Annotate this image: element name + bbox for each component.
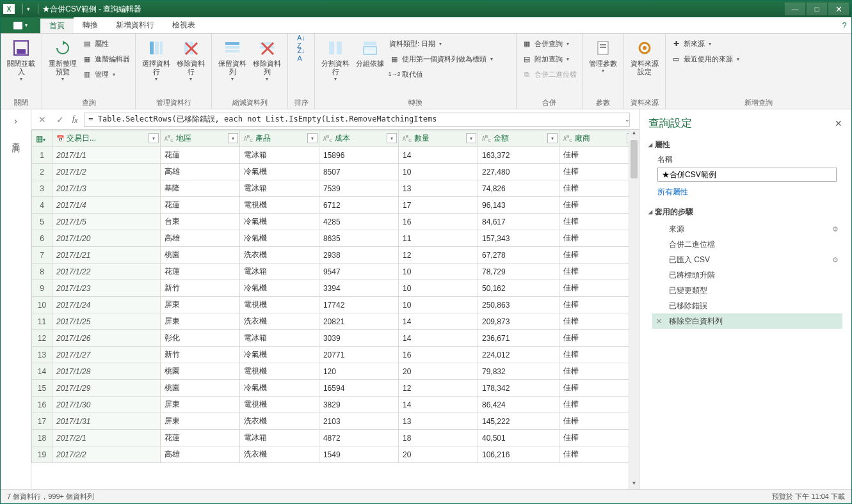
manage-button[interactable]: ▥管理▾ [82,67,130,81]
cell[interactable]: 14 [398,397,478,413]
cell[interactable]: 8507 [319,164,398,180]
column-header[interactable]: ABC金額▾ [478,130,559,147]
cell[interactable]: 145,222 [478,413,559,430]
table-row[interactable]: 82017/1/22花蓮電冰箱95471078,729佳樺 [32,264,639,280]
sort-asc-button[interactable]: A↓Z [296,36,307,47]
data-source-settings-button[interactable]: 資料來源設定 [629,36,660,76]
new-source-button[interactable]: ✚新來源▾ [671,36,739,51]
cell[interactable]: 79,832 [478,363,559,380]
cell[interactable]: 20771 [319,347,398,363]
cell[interactable]: 佳樺 [559,363,638,380]
manage-params-button[interactable]: 管理參數▾ [588,36,618,74]
cell[interactable]: 13 [398,413,478,430]
row-number[interactable]: 5 [32,214,52,230]
table-row[interactable]: 152017/1/29桃園冷氣機1659412178,342佳樺 [32,380,639,397]
table-row[interactable]: 62017/1/20高雄冷氣機863511157,343佳樺 [32,230,639,247]
first-row-header-button[interactable]: ▦使用第一個資料列做為標頭▾ [389,52,511,66]
cell[interactable]: 2017/1/26 [52,330,161,347]
row-number[interactable]: 15 [32,380,52,397]
cell[interactable]: 電冰箱 [239,264,319,280]
cell[interactable]: 洗衣機 [239,247,319,264]
cell[interactable]: 50,162 [478,280,559,297]
cell[interactable]: 基隆 [160,180,239,197]
cell[interactable]: 7539 [319,180,398,197]
cell[interactable]: 電視機 [239,363,319,380]
filter-button[interactable]: ▾ [387,133,397,143]
cell[interactable]: 電冰箱 [239,430,319,446]
cell[interactable]: 157,343 [478,230,559,247]
cell[interactable]: 冷氣機 [239,214,319,230]
file-tab[interactable]: ▾ [1,17,40,33]
cell[interactable]: 佳樺 [559,446,638,463]
table-row[interactable]: 92017/1/23新竹冷氣機33941050,162佳樺 [32,280,639,297]
cell[interactable]: 冷氣機 [239,347,319,363]
cell[interactable]: 9547 [319,264,398,280]
cell[interactable]: 電冰箱 [239,147,319,164]
cell[interactable]: 冷氣機 [239,280,319,297]
cell[interactable]: 178,342 [478,380,559,397]
cell[interactable]: 佳樺 [559,247,638,264]
tab-transform[interactable]: 轉換 [74,17,107,33]
cell[interactable]: 20821 [319,313,398,330]
cell[interactable]: 12 [398,380,478,397]
table-row[interactable]: 132017/1/27新竹冷氣機2077116224,012佳樺 [32,347,639,363]
row-number[interactable]: 4 [32,197,52,214]
cell[interactable]: 洗衣機 [239,313,319,330]
group-by-button[interactable]: 分組依據 [355,36,385,68]
cell[interactable]: 電視機 [239,197,319,214]
cell[interactable]: 佳樺 [559,180,638,197]
panel-close-button[interactable]: ✕ [835,118,842,129]
cell[interactable]: 新竹 [160,347,239,363]
cell[interactable]: 163,372 [478,147,559,164]
data-type-button[interactable]: 資料類型: 日期▾ [389,36,511,51]
filter-button[interactable]: ▾ [307,133,317,143]
cell[interactable]: 14 [398,313,478,330]
tab-view[interactable]: 檢視表 [163,17,204,33]
cell[interactable]: 高雄 [160,164,239,180]
split-column-button[interactable]: 分割資料行▾ [320,36,351,82]
applied-step[interactable]: 移除空白資料列✕ [652,313,842,329]
refresh-preview-button[interactable]: 重新整理預覽▾ [47,36,78,82]
cell[interactable]: 佳樺 [559,330,638,347]
cell[interactable]: 桃園 [160,247,239,264]
cell[interactable]: 40,501 [478,430,559,446]
cell[interactable]: 224,012 [478,347,559,363]
column-header[interactable]: ABC成本▾ [319,130,398,147]
cell[interactable]: 佳樺 [559,380,638,397]
cell[interactable]: 花蓮 [160,197,239,214]
table-row[interactable]: 112017/1/25屏東洗衣機2082114209,873佳樺 [32,313,639,330]
tab-addcolumn[interactable]: 新增資料行 [107,17,163,33]
cell[interactable]: 16594 [319,380,398,397]
keep-rows-button[interactable]: 保留資料列▾ [217,36,248,82]
table-row[interactable]: 172017/1/31屏東洗衣機210313145,222佳樺 [32,413,639,430]
cell[interactable]: 2017/2/1 [52,430,161,446]
all-properties-link[interactable]: 所有屬性 [657,187,842,198]
cell[interactable]: 洗衣機 [239,413,319,430]
column-header[interactable]: ABC數量▾ [398,130,478,147]
cell[interactable]: 佳樺 [559,280,638,297]
filter-button[interactable]: ▾ [547,133,558,143]
append-queries-button[interactable]: ▤附加查詢▾ [522,52,577,66]
select-all-corner[interactable]: ▦▾ [32,130,52,147]
fx-icon[interactable]: fx [72,114,77,124]
delete-step-icon[interactable]: ✕ [656,317,662,326]
row-number[interactable]: 14 [32,363,52,380]
scroll-up-icon[interactable]: ▲ [629,130,639,139]
cell[interactable]: 67,278 [478,247,559,264]
applied-step[interactable]: 已移除錯誤 [652,298,842,313]
cell[interactable]: 電視機 [239,297,319,313]
cell[interactable]: 236,671 [478,330,559,347]
cell[interactable]: 78,729 [478,264,559,280]
cell[interactable]: 高雄 [160,230,239,247]
row-number[interactable]: 6 [32,230,52,247]
cell[interactable]: 2017/1/24 [52,297,161,313]
column-header[interactable]: 交易日...▾ [52,130,161,147]
cell[interactable]: 冷氣機 [239,164,319,180]
row-number[interactable]: 13 [32,347,52,363]
cell[interactable]: 18 [398,430,478,446]
cell[interactable]: 16 [398,214,478,230]
cell[interactable]: 3394 [319,280,398,297]
cell[interactable]: 桃園 [160,380,239,397]
table-row[interactable]: 192017/2/2高雄洗衣機154920106,216佳樺 [32,446,639,463]
filter-button[interactable]: ▾ [228,133,238,143]
